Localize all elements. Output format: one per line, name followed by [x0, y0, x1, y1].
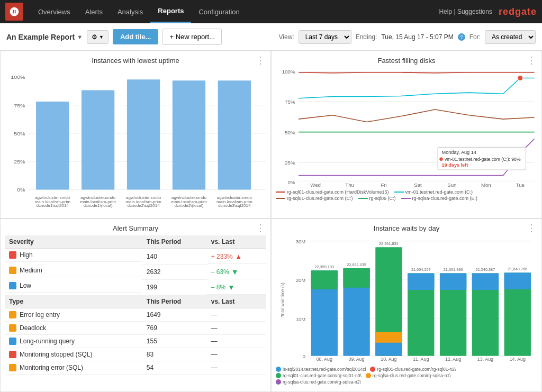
disks-panel: ⋮ Fastest filling disks 100% 75% 50% 25%… [271, 51, 542, 218]
uptime-panel: ⋮ Instances with lowest uptime 100% 75% … [0, 51, 271, 218]
svg-text:75%: 75% [14, 103, 25, 108]
top-nav: Overviews Alerts Analysis Reports Config… [0, 0, 542, 23]
waits-legend-4: rg-sqlsa-clus.red-gate.com/rg-sqlsa-n1\ [366, 373, 451, 378]
svg-text:Fri: Fri [381, 182, 386, 188]
legend-item-3: rg-sql01-clus.red-gate.com (C:) [276, 196, 353, 201]
svg-rect-76 [440, 274, 466, 290]
svg-text:10. Aug: 10. Aug [381, 357, 396, 362]
svg-text:22,359,103: 22,359,103 [314, 265, 334, 269]
panel-menu-uptime[interactable]: ⋮ [256, 56, 265, 65]
new-report-button[interactable]: + New report... [162, 29, 222, 45]
svg-text:dcnode3\sql2014: dcnode3\sql2014 [218, 204, 251, 208]
table-row: Long-running query 155 — [5, 335, 266, 348]
disks-chart-area: 100% 75% 50% 25% 0% Wed Thu Fri Sat Sun … [276, 66, 537, 189]
legend-item-4: rg-sql06 (C:) [358, 196, 396, 201]
ending-value: Tue, 15 Aug 17 - 5:07 PM [381, 33, 453, 41]
gear-button[interactable]: ⚙ ▼ [87, 30, 109, 44]
logo[interactable] [5, 3, 23, 21]
svg-text:21,540,387: 21,540,387 [476, 268, 495, 272]
nav-brand: redgate [499, 6, 537, 17]
panel-menu-waits[interactable]: ⋮ [527, 223, 536, 233]
nav-item-overviews[interactable]: Overviews [31, 0, 78, 23]
alerts-table: Severity This Period vs. Last High 140 +… [5, 235, 266, 375]
waits-svg: Total wait time (s) 30M 20M 10M 0 22,359… [276, 233, 537, 367]
for-select[interactable]: As created [485, 30, 536, 44]
section-header-type: Type This Period vs. Last [5, 295, 266, 308]
svg-rect-14 [218, 80, 251, 189]
waits-title: Instance waits by day [276, 224, 537, 232]
toolbar-right: View: Last 7 days Ending: Tue, 15 Aug 17… [279, 30, 536, 44]
svg-text:75%: 75% [285, 99, 295, 105]
main-grid: ⋮ Instances with lowest uptime 100% 75% … [0, 51, 542, 392]
gear-icon: ⚙ [92, 33, 97, 41]
svg-rect-70 [375, 343, 402, 356]
svg-text:21,601,986: 21,601,986 [444, 268, 463, 272]
table-row: High 140 + 233% ▲ [5, 249, 266, 265]
svg-rect-66 [343, 268, 369, 288]
question-icon[interactable]: ? [458, 33, 465, 41]
svg-text:Wed: Wed [310, 182, 321, 188]
svg-text:Mon: Mon [481, 182, 491, 188]
svg-text:Sat: Sat [414, 182, 422, 188]
table-row: Low 199 – 8% ▼ [5, 279, 266, 295]
svg-text:Thu: Thu [345, 182, 354, 188]
nav-right: Help | Suggestions redgate [439, 6, 537, 17]
svg-text:dcnode2\sql2014: dcnode2\sql2014 [127, 204, 160, 208]
svg-text:Sun: Sun [447, 182, 456, 188]
nav-item-alerts[interactable]: Alerts [78, 0, 110, 23]
svg-point-47 [517, 75, 523, 81]
svg-rect-12 [127, 79, 160, 189]
legend-item-1: rg-sql01-clus.red-gate.com (HardDiskVolu… [276, 189, 389, 195]
ending-label: Ending: [356, 33, 377, 41]
table-row: Error log entry 1649 — [5, 308, 266, 322]
waits-legend-5: rg-sqlsa-clus.red-gate.com/rg-sqlsa-n2\ [276, 379, 361, 385]
col-severity: Severity [5, 235, 142, 249]
view-select[interactable]: Last 7 days [299, 30, 351, 44]
svg-text:12. Aug: 12. Aug [445, 357, 461, 362]
nav-help[interactable]: Help | Suggestions [439, 8, 492, 15]
disks-title: Fastest filling disks [276, 57, 537, 65]
waits-legend-1: is-sql2014.testnet.red-gate.com/sql2014c… [276, 367, 366, 372]
add-tile-button[interactable]: Add tile... [113, 29, 159, 44]
svg-rect-73 [408, 274, 434, 290]
alerts-title: Alert Summary [5, 224, 266, 232]
svg-text:100%: 100% [282, 69, 295, 75]
nav-item-configuration[interactable]: Configuration [191, 0, 247, 23]
svg-text:25%: 25% [285, 160, 295, 166]
dropdown-arrow-icon[interactable]: ▼ [77, 34, 83, 40]
svg-text:25%: 25% [14, 159, 25, 165]
svg-point-50 [439, 158, 442, 161]
svg-text:10M: 10M [296, 316, 305, 322]
waits-chart-area: Total wait time (s) 30M 20M 10M 0 22,359… [276, 233, 537, 367]
svg-text:vm-01.testnet.red-gate.com (C:: vm-01.testnet.red-gate.com (C:): 98% [445, 157, 521, 162]
svg-text:dcnode1\(local): dcnode1\(local) [84, 204, 113, 208]
nav-item-reports[interactable]: Reports [150, 0, 191, 23]
col-type: Type [5, 295, 142, 308]
svg-text:0: 0 [303, 353, 305, 359]
report-name-selector: An Example Report ▼ [6, 33, 83, 41]
svg-text:Tue: Tue [516, 182, 525, 188]
disks-svg: 100% 75% 50% 25% 0% Wed Thu Fri Sat Sun … [276, 66, 537, 189]
svg-text:50%: 50% [14, 131, 25, 136]
waits-legend: is-sql2014.testnet.red-gate.com/sql2014c… [276, 367, 537, 385]
svg-text:Total wait time (s): Total wait time (s) [280, 282, 285, 317]
svg-text:13. Aug: 13. Aug [477, 357, 493, 362]
svg-rect-10 [36, 102, 69, 190]
svg-text:19 days left: 19 days left [442, 162, 468, 168]
svg-text:14. Aug: 14. Aug [510, 357, 526, 362]
svg-text:dcnode2\(local): dcnode2\(local) [174, 204, 203, 208]
uptime-svg: 100% 75% 50% 25% 0% agwincluster.smdo ma… [5, 67, 266, 210]
svg-text:50%: 50% [285, 130, 295, 135]
svg-text:0%: 0% [17, 187, 25, 193]
svg-text:0%: 0% [288, 179, 295, 185]
panel-menu-disks[interactable]: ⋮ [527, 56, 536, 65]
col-vs-1: vs. Last [207, 235, 266, 249]
svg-rect-11 [82, 90, 114, 190]
svg-rect-79 [472, 274, 499, 290]
svg-text:30M: 30M [296, 239, 305, 244]
svg-rect-63 [311, 271, 338, 290]
nav-item-analysis[interactable]: Analysis [110, 0, 150, 23]
panel-menu-alerts[interactable]: ⋮ [256, 223, 265, 233]
toolbar: An Example Report ▼ ⚙ ▼ Add tile... + Ne… [0, 23, 542, 51]
waits-legend-3: rg-sql01-clus.red-gate.com/rg-sql01-n3\ [276, 373, 362, 378]
